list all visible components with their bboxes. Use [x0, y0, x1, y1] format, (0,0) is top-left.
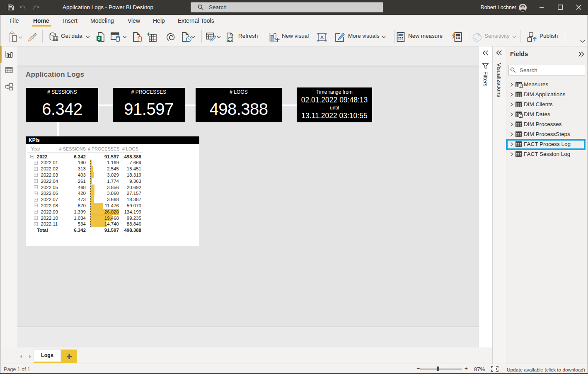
svg-text:A: A [320, 35, 324, 40]
svg-text:X: X [98, 36, 101, 41]
